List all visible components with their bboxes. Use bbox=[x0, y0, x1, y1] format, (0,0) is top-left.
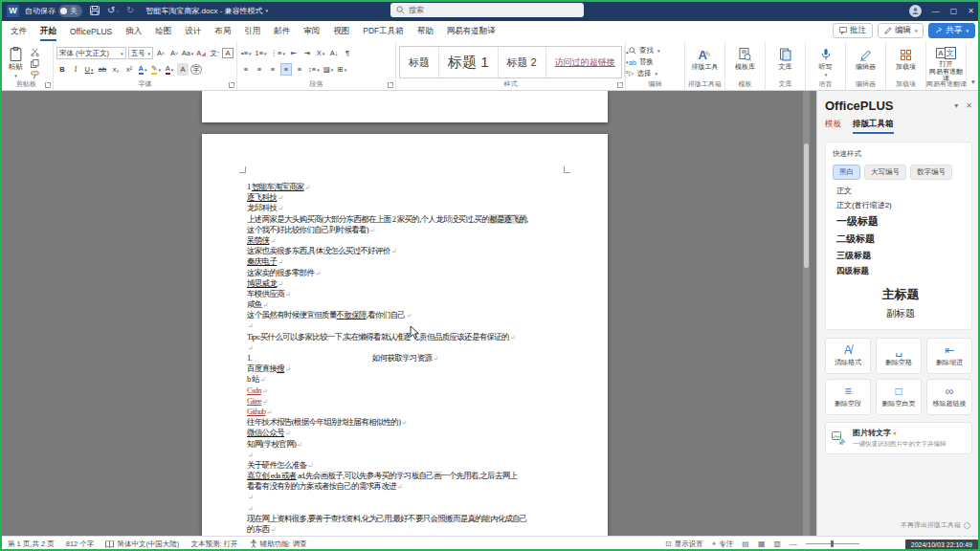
style-sample[interactable]: 一级标题 bbox=[836, 214, 965, 229]
undo-icon[interactable]: ↺▾ bbox=[107, 6, 119, 16]
enclose-characters-button[interactable]: 字 bbox=[190, 64, 202, 75]
word-count[interactable]: 812 个字 bbox=[66, 540, 95, 549]
document-line[interactable]: Csdn↵ bbox=[247, 386, 564, 396]
style-gallery-item[interactable]: 标题 1 bbox=[439, 47, 499, 77]
strikethrough-button[interactable]: ab bbox=[97, 63, 108, 76]
ocr-card[interactable]: 图片转文字 ♦ 一键快速识别图片中的文字并编辑 bbox=[825, 422, 972, 454]
replace-button[interactable]: ab 替换 bbox=[629, 56, 681, 68]
sort-button[interactable]: A↓ bbox=[328, 47, 340, 59]
document-line[interactable]: 逐飞科技↵ bbox=[247, 192, 564, 203]
align-left-button[interactable]: ≡ bbox=[240, 63, 252, 76]
editing-mode-button[interactable]: 编辑 ▾ bbox=[878, 23, 924, 38]
style-scheme-pill-大写编号[interactable]: 大写编号 bbox=[864, 165, 906, 180]
grow-font-button[interactable]: A˄ bbox=[155, 47, 167, 59]
menu-tab-开始[interactable]: 开始 bbox=[33, 21, 63, 42]
zoom-slider-thumb[interactable] bbox=[831, 540, 834, 547]
underline-button[interactable]: U▾ bbox=[83, 63, 95, 76]
menu-tab-布局[interactable]: 布局 bbox=[208, 21, 237, 42]
share-button[interactable]: 共享 ▾ bbox=[928, 23, 975, 38]
delete-indent-button[interactable]: ⇤删除缩进 bbox=[926, 338, 972, 374]
clipboard-dialog-launcher[interactable] bbox=[45, 82, 51, 88]
comments-button[interactable]: 批注 bbox=[833, 23, 873, 38]
document-title[interactable]: 智能车淘宝商家.docx - 兼容性模式 bbox=[145, 6, 262, 16]
bold-button[interactable]: B bbox=[56, 63, 68, 76]
line-spacing-button[interactable]: ↕≡▾ bbox=[307, 63, 321, 76]
maximize-button[interactable]: ▢ bbox=[950, 7, 958, 15]
change-case-button[interactable]: Aa▾ bbox=[182, 47, 193, 59]
scrollbar-thumb[interactable] bbox=[804, 143, 809, 268]
document-line[interactable]: ↵ bbox=[247, 450, 564, 460]
borders-button[interactable]: ⊞▾ bbox=[336, 63, 347, 76]
style-sample[interactable]: 主标题 bbox=[836, 286, 965, 303]
language-indicator[interactable]: 简体中文(中国大陆) bbox=[105, 540, 179, 549]
subscript-button[interactable]: x₂ bbox=[110, 63, 122, 76]
document-line[interactable]: 嘉立创 eda 或者 ad,先会画板子,可以先参考买的学习板自己画一个先用着,之… bbox=[247, 471, 564, 481]
document-line[interactable]: 的东西↵ bbox=[247, 524, 564, 535]
justify-button[interactable]: ≡ bbox=[280, 63, 292, 76]
print-layout-icon[interactable]: ▦ bbox=[758, 540, 766, 548]
style-scheme-pill-数字编号[interactable]: 数字编号 bbox=[910, 165, 952, 180]
panel-close-icon[interactable]: ✕ bbox=[966, 101, 972, 110]
document-line[interactable]: 秦庆电子↵ bbox=[247, 256, 564, 267]
word-app-icon[interactable]: W bbox=[7, 5, 19, 17]
redo-icon[interactable]: ↻ bbox=[126, 6, 134, 15]
font-name-combo[interactable]: 宋体 (中文正文)▾ bbox=[56, 47, 126, 59]
文库-button[interactable]: 文库 bbox=[768, 45, 802, 79]
menu-tab-视图[interactable]: 视图 bbox=[326, 21, 356, 42]
document-line[interactable]: ↵ bbox=[247, 492, 564, 502]
increase-indent-button[interactable]: ⇥ bbox=[301, 47, 313, 59]
document-line[interactable]: 关于硬件怎么准备↵ bbox=[247, 460, 564, 471]
语音-button[interactable]: 听写▾ bbox=[809, 45, 842, 79]
paste-button[interactable]: 粘贴 ▾ bbox=[3, 45, 28, 79]
menu-tab-网易有道翻译[interactable]: 网易有道翻译 bbox=[440, 21, 502, 42]
document-line[interactable]: 1.如何获取学习资源↵ bbox=[247, 353, 564, 364]
panel-tab-模板[interactable]: 模板 bbox=[825, 119, 841, 134]
menu-tab-文件[interactable]: 文件 bbox=[4, 21, 33, 42]
document-line[interactable]: Tips:买什么可以多家比较一下,实在懒得看就认准逐飞,贵但品质应该还是有保证的… bbox=[247, 332, 564, 342]
find-button[interactable]: 查找 ▾ bbox=[629, 45, 681, 56]
排版工具箱-button[interactable]: A✎排版工具 bbox=[688, 45, 722, 79]
document-line[interactable]: 现在网上资料很多,要善于查找资料,化为己用,最好不要只会照搬而是真的能内化成自己 bbox=[247, 514, 564, 524]
focus-button[interactable]: ⌖ 专注 bbox=[712, 540, 734, 549]
save-icon[interactable] bbox=[90, 6, 100, 15]
document-line[interactable]: b 站↵ bbox=[247, 374, 564, 385]
font-size-combo[interactable]: 五号▾ bbox=[128, 47, 153, 59]
text-prediction-indicator[interactable]: 文本预测: 打开 bbox=[190, 540, 237, 549]
document-line[interactable]: 1 智能车淘宝商家↵ bbox=[247, 182, 564, 192]
document-line[interactable]: Github↵ bbox=[247, 407, 564, 417]
style-sample[interactable]: 正文 bbox=[836, 186, 965, 196]
vertical-scrollbar[interactable] bbox=[803, 91, 810, 536]
account-avatar[interactable] bbox=[909, 5, 922, 17]
character-border-button[interactable]: A bbox=[222, 48, 234, 58]
display-settings-button[interactable]: ⊡ 显示设置 bbox=[665, 540, 703, 549]
search-box[interactable]: 搜索 bbox=[390, 3, 584, 17]
网易有道翻译-button[interactable]: A文打开 网易有道翻译 bbox=[929, 45, 963, 79]
page-2[interactable]: 1 智能车淘宝商家↵逐飞科技↵龙邱科技↵上述两家是大头购买商(大部分东西都在上面… bbox=[202, 134, 608, 536]
menu-tab-审阅[interactable]: 审阅 bbox=[297, 21, 326, 42]
zoom-out-icon[interactable]: — bbox=[790, 540, 797, 548]
style-sample[interactable]: 副标题 bbox=[836, 307, 965, 320]
multilevel-list-button[interactable]: ⋮≡▾ bbox=[270, 47, 286, 59]
shading-button[interactable]: ▨▾ bbox=[323, 63, 335, 76]
menu-tab-插入[interactable]: 插入 bbox=[119, 21, 148, 42]
menu-tab-OfficePLUS[interactable]: OfficePLUS bbox=[63, 21, 119, 42]
select-button[interactable]: ▷ 选择 ▾ bbox=[629, 68, 681, 79]
style-sample[interactable]: 二级标题 bbox=[836, 232, 965, 246]
document-line[interactable]: 上述两家是大头购买商(大部分东西都在上面 2 家买的,个人龙邱没买过,买的都是逐… bbox=[247, 214, 564, 225]
format-painter-button[interactable] bbox=[31, 71, 39, 79]
shrink-font-button[interactable]: A˅ bbox=[168, 47, 180, 59]
bullets-button[interactable]: •≡▾ bbox=[240, 47, 253, 59]
document-line[interactable]: 看看有没有别的方案或者按自己的需求再改进↵ bbox=[247, 481, 564, 492]
cut-button[interactable] bbox=[31, 48, 39, 56]
document-line[interactable]: ↵ bbox=[247, 503, 564, 514]
编辑器-button[interactable]: 编辑器 bbox=[849, 45, 882, 79]
font-dialog-launcher[interactable] bbox=[229, 82, 234, 88]
menu-tab-引用[interactable]: 引用 bbox=[237, 21, 267, 42]
document-line[interactable]: 咸鱼↵ bbox=[247, 299, 564, 310]
style-gallery-item[interactable]: 标题 bbox=[400, 47, 439, 77]
align-center-button[interactable]: ≡ bbox=[254, 63, 265, 76]
document-text[interactable]: 1 智能车淘宝商家↵逐飞科技↵龙邱科技↵上述两家是大头购买商(大部分东西都在上面… bbox=[247, 182, 564, 535]
menu-tab-设计[interactable]: 设计 bbox=[178, 21, 208, 42]
title-menu-caret-icon[interactable]: ▾ bbox=[266, 8, 269, 13]
read-mode-icon[interactable]: ▤ bbox=[742, 540, 749, 548]
